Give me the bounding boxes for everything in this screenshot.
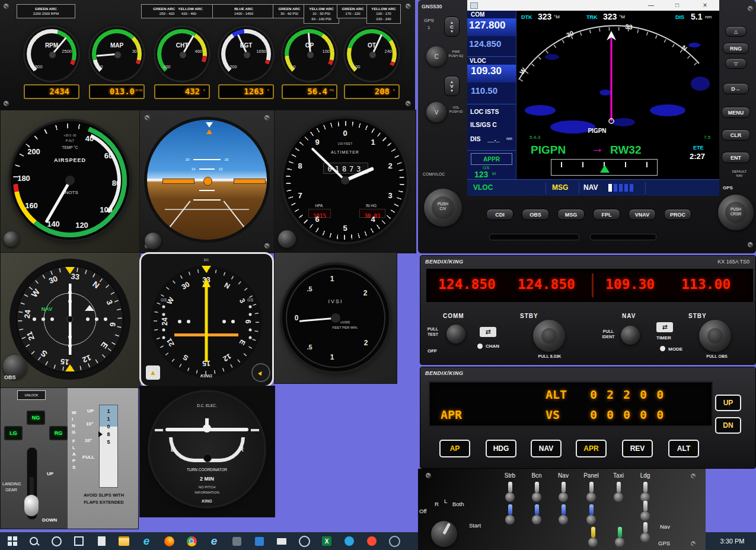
- file-explorer-icon[interactable]: [116, 535, 132, 548]
- attitude-ball: 20 20 10 10: [147, 120, 267, 240]
- gear-lever-handle[interactable]: [24, 495, 39, 516]
- screw-icon: [406, 101, 411, 106]
- aux-switch-3[interactable]: [557, 503, 569, 524]
- app-icon[interactable]: [229, 535, 244, 548]
- edge-icon[interactable]: e: [139, 535, 154, 548]
- aux-switch-2[interactable]: [531, 503, 543, 524]
- hdg-button[interactable]: HDG: [486, 440, 516, 457]
- chan-lamp: [477, 344, 483, 349]
- msg-annunciator: MSG: [552, 183, 568, 192]
- nav-volume-knob[interactable]: [621, 326, 640, 345]
- mail-icon[interactable]: [274, 535, 289, 548]
- cdi-pointer-icon: [600, 165, 610, 173]
- beacon-label: Bcn: [525, 472, 548, 479]
- screw-icon: [145, 115, 150, 120]
- ie-icon[interactable]: e: [206, 535, 222, 548]
- strobe-switch[interactable]: [504, 481, 516, 502]
- media-icon[interactable]: [364, 535, 379, 548]
- crsr-dual-knob[interactable]: PUSHCRSR: [718, 195, 754, 230]
- aux-switch-1[interactable]: [504, 503, 516, 524]
- taxi-light-switch[interactable]: [613, 481, 624, 502]
- magneto-knob[interactable]: [431, 521, 457, 547]
- dn-button[interactable]: DN: [715, 417, 741, 434]
- minimize-button[interactable]: —: [639, 0, 663, 11]
- apr-button[interactable]: APR: [576, 440, 607, 457]
- gs-label: GS: [161, 298, 167, 302]
- com-volume-knob[interactable]: [446, 325, 465, 344]
- heading-bug-button[interactable]: ▲: [146, 365, 160, 380]
- kollsman-knob[interactable]: [278, 230, 296, 248]
- range-button[interactable]: RNG: [723, 43, 749, 54]
- rev-button[interactable]: REV: [622, 440, 653, 457]
- avionics-switch-1[interactable]: [639, 500, 651, 521]
- aux-switch-4[interactable]: [585, 503, 597, 524]
- menu-button[interactable]: MENU: [722, 107, 750, 118]
- vloc-volume-knob[interactable]: V: [426, 102, 446, 122]
- com-flipflop-button[interactable]: ▲C▼: [444, 17, 460, 37]
- alt-button[interactable]: ALT: [668, 440, 699, 457]
- sky-pointer-icon: [206, 129, 212, 134]
- panel-light-switch[interactable]: [585, 481, 597, 502]
- nav-button[interactable]: NAV: [531, 440, 562, 457]
- gear-flaps-panel: UNLOCK NG LG RG LANDING GEAR UP DOWN W I…: [0, 387, 139, 529]
- attitude-cage-knob[interactable]: [145, 233, 161, 249]
- beacon-switch[interactable]: [531, 481, 543, 502]
- range-down-button[interactable]: ▽: [725, 58, 747, 69]
- flap-position-tape[interactable]: 1 1 0 8 5: [99, 405, 118, 488]
- nav-status-box: LOC ISTS ILS/GS C DIS __._ nm: [467, 104, 516, 151]
- excel-icon[interactable]: X: [319, 535, 334, 548]
- landing-light-switch[interactable]: [639, 481, 651, 502]
- screw-icon: [406, 4, 411, 9]
- com-volume-knob[interactable]: C: [426, 46, 446, 66]
- task-view-icon[interactable]: [71, 535, 87, 548]
- ent-button[interactable]: ENT: [722, 152, 750, 163]
- up-button[interactable]: UP: [715, 395, 741, 411]
- vor-cdi-indicator: N 3 6 E 12 15 S 21 24 W 30 33 NAV: [0, 252, 141, 389]
- search-icon[interactable]: [26, 535, 42, 548]
- screw-icon: [264, 115, 270, 120]
- gps-source-label: GPS: [658, 540, 670, 546]
- tc-airplane-tail: [205, 418, 209, 425]
- window-titlebar[interactable]: — □ ×: [467, 0, 719, 11]
- landing-light-label: Ldg: [633, 472, 657, 479]
- com-tuning-knob[interactable]: [533, 320, 565, 352]
- taskbar-clock[interactable]: 3:30 PM: [710, 532, 754, 550]
- store-icon[interactable]: [251, 535, 267, 548]
- obs-button[interactable]: OBS: [522, 209, 549, 220]
- firefox-icon[interactable]: [161, 535, 177, 548]
- dc-label: DC: [204, 258, 209, 262]
- screw-icon: [4, 4, 9, 9]
- start-button[interactable]: [5, 535, 20, 548]
- proc-button[interactable]: PROC: [664, 209, 691, 220]
- nav-gps-switch[interactable]: [639, 521, 651, 542]
- range-up-button[interactable]: △: [725, 26, 747, 37]
- vloc-flipflop-button[interactable]: ▲V▼: [444, 76, 460, 96]
- cortana-icon[interactable]: [49, 535, 64, 548]
- miniature-wing-right: [234, 179, 266, 184]
- clr-button[interactable]: CLR: [722, 129, 750, 141]
- tc-airplane-fuselage: [203, 424, 211, 433]
- aux-switch-yellow[interactable]: [587, 526, 599, 547]
- vnav-button[interactable]: VNAV: [629, 209, 656, 220]
- nav-transfer-button[interactable]: ⇄: [656, 322, 673, 332]
- document-icon[interactable]: [94, 535, 109, 548]
- airspeed-knob[interactable]: [4, 231, 19, 247]
- direct-to-button[interactable]: D→: [723, 83, 749, 94]
- fpl-button[interactable]: FPL: [593, 209, 620, 220]
- nav-light-switch[interactable]: [557, 481, 569, 502]
- settings-icon[interactable]: [296, 535, 312, 548]
- aux-switch-green[interactable]: [614, 526, 626, 547]
- close-button[interactable]: ×: [691, 0, 719, 11]
- com-vloc-dual-knob[interactable]: PUSHC/V: [424, 189, 462, 227]
- chrome-icon[interactable]: [184, 535, 199, 548]
- cdi-button[interactable]: CDI: [486, 209, 513, 220]
- browser-icon[interactable]: [387, 535, 402, 548]
- com-transfer-button[interactable]: ⇄: [480, 327, 496, 337]
- nav-tuning-knob[interactable]: [699, 320, 731, 352]
- ap-button[interactable]: AP: [439, 440, 470, 457]
- hpa-readout: 1015: [308, 209, 331, 218]
- telegram-icon[interactable]: [342, 535, 357, 548]
- maximize-button[interactable]: □: [665, 0, 689, 11]
- msg-button[interactable]: MSG: [557, 209, 585, 220]
- model-label: KX 165A TS0: [717, 259, 749, 265]
